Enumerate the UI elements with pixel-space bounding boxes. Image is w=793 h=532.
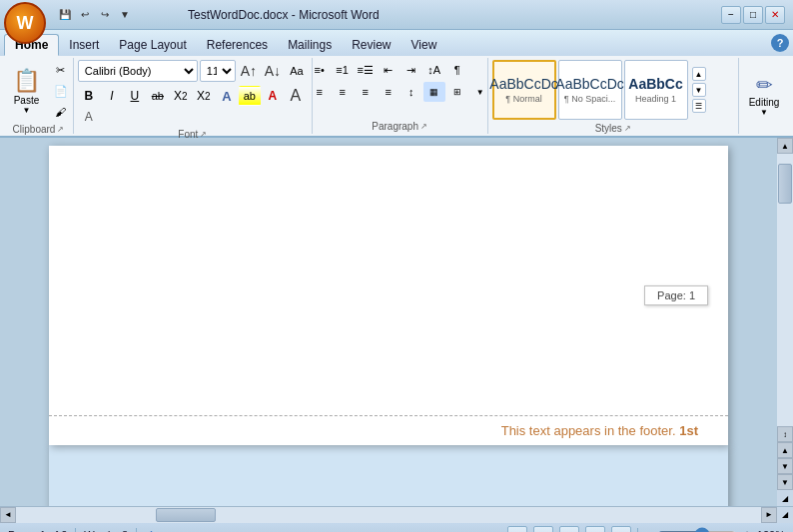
view-print-btn[interactable]: ▤ (507, 526, 527, 533)
scroll-size1-btn[interactable]: ↕ (777, 426, 793, 442)
cut-button[interactable]: ✂ (50, 60, 72, 80)
vertical-scrollbar[interactable]: ▲ ↕ ▲ ▼ ▼ ◢ (777, 138, 793, 506)
scroll-track[interactable] (777, 154, 793, 426)
strikethrough-btn[interactable]: ab (147, 86, 169, 106)
document-area: Page: 1 This text appears in the footer.… (0, 138, 793, 506)
styles-more[interactable]: ☰ (692, 99, 706, 113)
close-btn[interactable]: ✕ (765, 6, 785, 24)
line-spacing-btn[interactable]: ↕ (400, 82, 422, 102)
save-qa-btn[interactable]: 💾 (56, 6, 74, 24)
zoom-out-btn[interactable]: − (644, 527, 652, 532)
zoom-in-btn[interactable]: + (743, 527, 751, 532)
tab-references[interactable]: References (197, 34, 278, 56)
styles-scroll-controls: ▲ ▼ ☰ (690, 60, 708, 120)
justify-btn[interactable]: ≡ (378, 82, 399, 102)
undo-qa-btn[interactable]: ↩ (76, 6, 94, 24)
editing-icon: ✏ (756, 73, 773, 97)
tab-page-layout[interactable]: Page Layout (109, 34, 196, 56)
decrease-indent-btn[interactable]: ⇤ (378, 60, 399, 80)
underline-btn[interactable]: U (124, 86, 146, 106)
styles-label: Styles (595, 123, 622, 134)
scroll-prev-page-btn[interactable]: ▲ (777, 442, 793, 458)
editing-btn[interactable]: ✏ Editing ▼ (742, 70, 786, 120)
minimize-btn[interactable]: − (721, 6, 741, 24)
h-scroll-left-btn[interactable]: ◄ (0, 507, 16, 523)
text-effects-btn[interactable]: A (216, 86, 238, 106)
doc-scroll-area[interactable]: Page: 1 This text appears in the footer.… (0, 138, 777, 506)
ribbon-tabs: Home Insert Page Layout References Maili… (0, 30, 793, 56)
paste-icon: 📋 (13, 68, 40, 94)
word-count: Words: 8 (84, 529, 128, 533)
para-content: ≡• ≡1 ≡☰ ⇤ ⇥ ↕A ¶ ≡ ≡ ≡ ≡ ↕ ▦ ⊞ ▼ (309, 60, 491, 119)
h-scroll-bar[interactable]: ◄ ► ◢ (0, 506, 793, 522)
view-web-btn[interactable]: ▣ (559, 526, 579, 533)
shrink-font-btn[interactable]: A↓ (262, 61, 284, 81)
superscript-btn[interactable]: X2 (193, 86, 215, 106)
format-painter-button[interactable]: 🖌 (50, 102, 72, 122)
align-left-btn[interactable]: ≡ (309, 82, 331, 102)
style-normal[interactable]: AaBbCcDc ¶ Normal (492, 60, 556, 120)
office-button[interactable]: W (4, 2, 46, 44)
para-expand[interactable]: ↗ (420, 122, 427, 131)
bullet-list-btn[interactable]: ≡• (309, 60, 331, 80)
styles-expand[interactable]: ↗ (624, 124, 631, 133)
redo-qa-btn[interactable]: ↪ (96, 6, 114, 24)
h-scroll-track[interactable] (16, 507, 761, 523)
italic-btn[interactable]: I (101, 86, 123, 106)
text-highlight-btn[interactable]: ab (239, 86, 261, 106)
clipboard-expand[interactable]: ↗ (57, 125, 64, 134)
para-label: Paragraph (372, 121, 418, 132)
title-bar-left: W 💾 ↩ ↪ ▼ TestWordDoc.docx - Microsoft W… (8, 6, 380, 24)
font-size-a-btn[interactable]: A (285, 86, 307, 106)
ribbon: 📋 Paste ▼ ✂ 📄 🖌 Clipboard ↗ Calibri (Bod… (0, 56, 793, 138)
subscript-btn[interactable]: X2 (170, 86, 192, 106)
style-no-spacing[interactable]: AaBbCcDc ¶ No Spaci... (558, 60, 622, 120)
show-marks-btn[interactable]: ¶ (446, 60, 468, 80)
font-size-select[interactable]: 11 (200, 60, 236, 82)
clear-format-btn[interactable]: Aa (286, 61, 308, 81)
clipboard-label: Clipboard (13, 124, 56, 135)
font-name-select[interactable]: Calibri (Body) (78, 60, 198, 82)
bold-btn[interactable]: B (78, 86, 100, 106)
tab-mailings[interactable]: Mailings (278, 34, 342, 56)
shading-btn[interactable]: ▦ (423, 82, 445, 102)
align-center-btn[interactable]: ≡ (332, 82, 354, 102)
scroll-next-page-btn[interactable]: ▼ (777, 458, 793, 474)
multi-list-btn[interactable]: ≡☰ (355, 60, 377, 80)
copy-button[interactable]: 📄 (50, 81, 72, 101)
view-outline-btn[interactable]: ▨ (585, 526, 605, 533)
page-number-badge: Page: 1 (644, 285, 708, 305)
tab-review[interactable]: Review (342, 34, 400, 56)
scroll-thumb[interactable] (778, 164, 792, 204)
grow-font-btn[interactable]: A↑ (238, 61, 260, 81)
increase-indent-btn[interactable]: ⇥ (400, 60, 422, 80)
customize-qa-btn[interactable]: ▼ (116, 6, 134, 24)
numbered-list-btn[interactable]: ≡1 (332, 60, 354, 80)
footer-area: This text appears in the footer. 1st (49, 415, 728, 445)
styles-scroll-down[interactable]: ▼ (692, 83, 706, 97)
zoom-slider[interactable] (657, 528, 737, 533)
page-content[interactable] (109, 186, 668, 385)
font-size-a2-btn[interactable]: A (78, 107, 100, 127)
align-right-btn[interactable]: ≡ (355, 82, 377, 102)
spell-check-icon[interactable]: ✓ (145, 528, 154, 532)
style-heading1[interactable]: AaBbCc Heading 1 (624, 60, 688, 120)
h-scroll-right-btn[interactable]: ► (761, 507, 777, 523)
sort-btn[interactable]: ↕A (423, 60, 445, 80)
border-btn[interactable]: ⊞ (446, 82, 468, 102)
tab-insert[interactable]: Insert (59, 34, 109, 56)
font-color-btn[interactable]: A (262, 86, 284, 106)
paste-button[interactable]: 📋 Paste ▼ (6, 65, 48, 118)
help-btn[interactable]: ? (771, 34, 789, 52)
title-controls: − □ ✕ (721, 6, 785, 24)
styles-scroll-up[interactable]: ▲ (692, 67, 706, 81)
view-draft-btn[interactable]: ▩ (611, 526, 631, 533)
h-scroll-thumb[interactable] (156, 508, 216, 522)
maximize-btn[interactable]: □ (743, 6, 763, 24)
tab-view[interactable]: View (401, 34, 447, 56)
zoom-level[interactable]: 120% (757, 529, 785, 533)
footer-text: This text appears in the footer. 1st (501, 423, 698, 438)
view-full-btn[interactable]: ▦ (533, 526, 553, 533)
scroll-up-btn[interactable]: ▲ (777, 138, 793, 154)
scroll-down-btn[interactable]: ▼ (777, 474, 793, 490)
